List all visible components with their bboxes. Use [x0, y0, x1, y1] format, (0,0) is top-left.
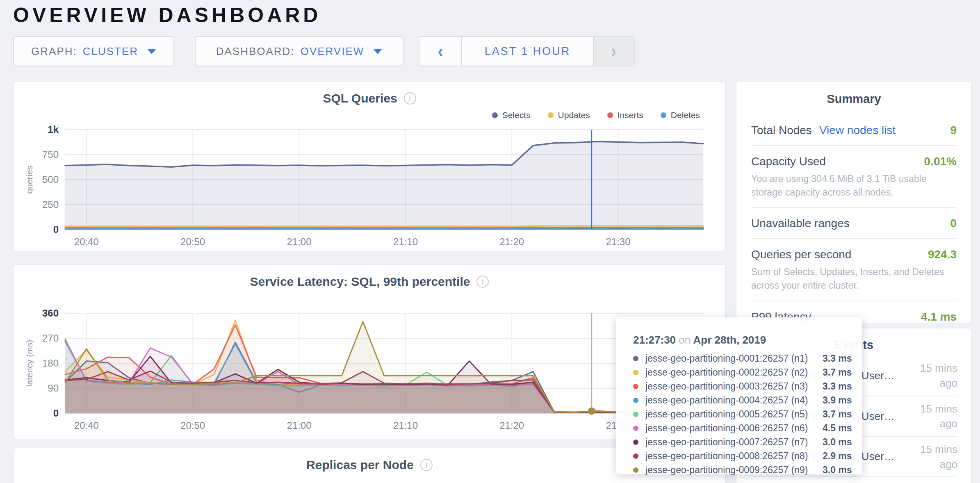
summary-stat-value: 0: [950, 217, 957, 230]
graph-dropdown-value: CLUSTER: [83, 45, 138, 58]
svg-text:1k: 1k: [48, 124, 59, 135]
legend-label: Deletes: [671, 110, 700, 120]
tooltip-node-value: 3.9 ms: [823, 395, 852, 406]
legend-dot-icon: [548, 112, 554, 118]
legend-item-inserts[interactable]: Inserts: [607, 110, 643, 120]
node-color-dot-icon: [633, 370, 638, 375]
svg-text:latency (ms): latency (ms): [25, 340, 34, 387]
event-time: 15 mins ago: [909, 401, 957, 431]
tooltip-node-name: jesse-geo-partitioning-0007:26257 (n7): [645, 437, 823, 448]
legend-label: Inserts: [618, 110, 643, 120]
summary-panel: Summary Total NodesView nodes list9Capac…: [736, 81, 972, 323]
tooltip-node-rows: jesse-geo-partitioning-0001:26257 (n1)3.…: [633, 351, 862, 477]
tooltip-node-name: jesse-geo-partitioning-0002:26257 (n2): [645, 367, 823, 378]
tooltip-node-value: 3.7 ms: [823, 367, 852, 378]
legend-dot-icon: [492, 112, 498, 118]
tooltip-node-value: 4.5 ms: [823, 423, 852, 434]
time-range-prev-button[interactable]: ‹: [419, 37, 462, 66]
svg-text:0: 0: [53, 408, 59, 419]
svg-text:270: 270: [42, 333, 59, 344]
legend-item-selects[interactable]: Selects: [492, 110, 531, 120]
time-range-value[interactable]: LAST 1 HOUR: [462, 37, 593, 66]
node-color-dot-icon: [633, 440, 638, 445]
dashboard-dropdown-label: DASHBOARD:: [216, 45, 295, 58]
tooltip-timestamp: 21:27:30 on Apr 28th, 2019: [633, 334, 862, 346]
tooltip-node-row: jesse-geo-partitioning-0001:26257 (n1)3.…: [633, 351, 862, 365]
summary-stat-row: Queries per second924.3Sum of Selects, U…: [751, 238, 957, 300]
dashboard-dropdown[interactable]: DASHBOARD: OVERVIEW: [195, 36, 403, 66]
svg-text:0: 0: [53, 224, 59, 235]
tooltip-node-name: jesse-geo-partitioning-0006:26257 (n6): [645, 423, 823, 434]
time-range-next-button[interactable]: ›: [593, 37, 634, 66]
tooltip-node-name: jesse-geo-partitioning-0003:26257 (n3): [645, 381, 823, 392]
summary-stat-value: 9: [950, 124, 957, 137]
legend-item-updates[interactable]: Updates: [548, 110, 590, 120]
node-color-dot-icon: [633, 467, 638, 473]
event-time: 15 mins ago: [909, 361, 957, 391]
sql-queries-chart[interactable]: 02505007501k20:4020:5021:0021:1021:2021:…: [14, 82, 726, 252]
page-title: OVERVIEW DASHBOARD: [13, 3, 321, 27]
chevron-left-icon: ‹: [438, 43, 443, 59]
tooltip-node-value: 3.0 ms: [823, 437, 852, 448]
svg-text:21:00: 21:00: [287, 420, 312, 431]
tooltip-node-row: jesse-geo-partitioning-0009:26257 (n9)3.…: [633, 463, 862, 477]
svg-text:21:20: 21:20: [499, 420, 524, 431]
svg-text:250: 250: [42, 199, 59, 210]
tooltip-node-row: jesse-geo-partitioning-0005:26257 (n5)3.…: [633, 407, 862, 421]
chart-title-text: Service Latency: SQL, 99th percentile: [250, 275, 470, 289]
summary-stat-label: Capacity Used: [751, 155, 826, 168]
view-nodes-list-link[interactable]: View nodes list: [819, 124, 896, 137]
node-color-dot-icon: [633, 384, 638, 389]
svg-text:20:40: 20:40: [74, 420, 99, 431]
chevron-down-icon: [373, 49, 382, 54]
summary-stat-label: Queries per second: [751, 248, 851, 261]
node-color-dot-icon: [633, 356, 638, 361]
dashboard-dropdown-value: OVERVIEW: [301, 45, 365, 58]
chevron-down-icon: [147, 49, 156, 54]
tooltip-node-row: jesse-geo-partitioning-0004:26257 (n4)3.…: [633, 393, 862, 407]
graph-dropdown[interactable]: GRAPH: CLUSTER: [13, 36, 174, 66]
sql-queries-panel: 02505007501k20:4020:5021:0021:1021:2021:…: [13, 81, 726, 251]
chevron-right-icon: ›: [611, 43, 616, 59]
summary-stat-value: 0.01%: [924, 155, 957, 168]
legend-label: Selects: [502, 110, 531, 120]
tooltip-node-value: 3.7 ms: [823, 409, 852, 420]
sql-queries-legend: SelectsUpdatesInsertsDeletes: [492, 110, 700, 120]
legend-dot-icon: [607, 112, 613, 118]
tooltip-node-value: 3.3 ms: [823, 381, 852, 392]
summary-title: Summary: [736, 82, 971, 106]
tooltip-time: 21:27:30: [633, 334, 676, 346]
summary-stat-row: Capacity Used0.01%You are using 304.6 Mi…: [751, 145, 957, 207]
node-color-dot-icon: [633, 412, 638, 417]
svg-text:180: 180: [42, 358, 59, 369]
chart-title-text: Replicas per Node: [306, 458, 414, 472]
summary-stat-label: Total Nodes: [751, 124, 812, 137]
chart-title-text: SQL Queries: [323, 91, 397, 105]
legend-item-deletes[interactable]: Deletes: [661, 110, 700, 120]
summary-stat-value: 924.3: [928, 248, 957, 261]
summary-stat-label: Unavailable ranges: [751, 217, 850, 230]
tooltip-node-name: jesse-geo-partitioning-0008:26257 (n8): [645, 451, 823, 462]
info-icon[interactable]: i: [404, 92, 416, 105]
sql-queries-title: SQL Queries i: [14, 91, 725, 105]
svg-text:360: 360: [42, 308, 59, 319]
summary-stat-row: Unavailable ranges0: [751, 207, 957, 238]
summary-stat-caption: You are using 304.6 MiB of 3.1 TiB usabl…: [751, 172, 957, 199]
summary-stat-row: Total NodesView nodes list9: [751, 115, 957, 145]
tooltip-node-row: jesse-geo-partitioning-0002:26257 (n2)3.…: [633, 365, 862, 379]
chart-hover-tooltip: 21:27:30 on Apr 28th, 2019 jesse-geo-par…: [616, 317, 862, 474]
tooltip-date: Apr 28th, 2019: [693, 334, 766, 346]
tooltip-node-row: jesse-geo-partitioning-0007:26257 (n7)3.…: [633, 435, 862, 449]
info-icon[interactable]: i: [476, 276, 489, 288]
tooltip-node-name: jesse-geo-partitioning-0009:26257 (n9): [645, 465, 823, 476]
svg-text:21:30: 21:30: [606, 236, 631, 247]
legend-dot-icon: [661, 112, 666, 118]
tooltip-node-value: 2.9 ms: [823, 451, 852, 462]
svg-text:21:00: 21:00: [287, 236, 312, 247]
time-range-selector: ‹ LAST 1 HOUR ›: [419, 36, 635, 66]
info-icon[interactable]: i: [420, 459, 433, 471]
tooltip-node-value: 3.3 ms: [823, 353, 852, 364]
tooltip-node-row: jesse-geo-partitioning-0008:26257 (n8)2.…: [633, 449, 862, 463]
node-color-dot-icon: [633, 398, 638, 403]
graph-dropdown-label: GRAPH:: [31, 45, 77, 58]
